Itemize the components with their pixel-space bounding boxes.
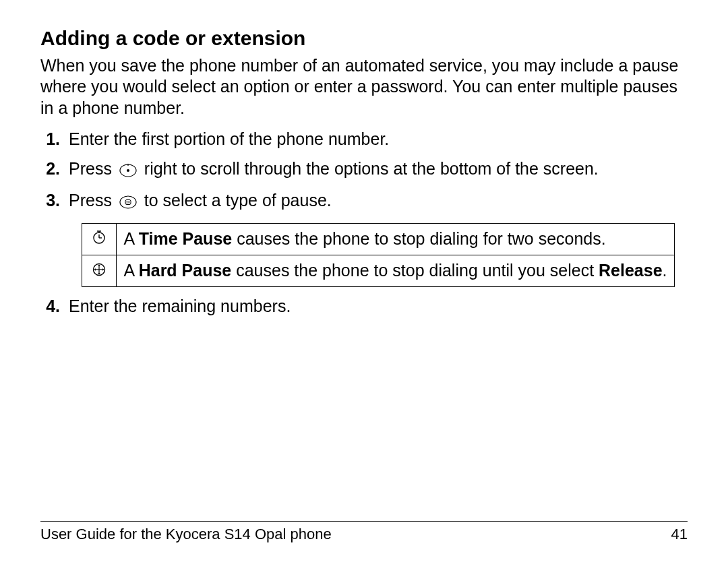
time-pause-a: A: [123, 229, 138, 248]
hard-pause-c: .: [663, 261, 667, 280]
hard-pause-icon-cell: [82, 255, 117, 286]
svg-text:OK: OK: [125, 200, 131, 204]
hard-pause-bold2: Release: [599, 261, 663, 280]
step-3: Press OK to select a type of pause.: [65, 189, 688, 286]
svg-marker-14: [98, 264, 101, 266]
hard-pause-b: causes the phone to stop dialing until y…: [231, 261, 599, 280]
svg-point-1: [127, 169, 129, 172]
hard-pause-bold: Hard Pause: [139, 261, 232, 280]
step-2-text-a: Press: [69, 159, 117, 178]
nav-key-icon: [119, 160, 137, 183]
page-footer: User Guide for the Kyocera S14 Opal phon…: [40, 521, 688, 543]
step-2: Press right to scroll through the option…: [65, 158, 688, 183]
hard-pause-desc: A Hard Pause causes the phone to stop di…: [117, 255, 674, 286]
time-pause-icon-cell: [82, 224, 117, 255]
step-1-text: Enter the first portion of the phone num…: [69, 129, 389, 148]
step-4-text: Enter the remaining numbers.: [69, 296, 291, 315]
time-pause-desc: A Time Pause causes the phone to stop di…: [117, 224, 674, 255]
intro-paragraph: When you save the phone number of an aut…: [40, 55, 688, 119]
ok-key-icon: OK: [119, 192, 137, 215]
pause-types-table: A Time Pause causes the phone to stop di…: [82, 223, 674, 287]
svg-marker-17: [102, 268, 104, 271]
svg-marker-15: [98, 273, 101, 275]
step-4: Enter the remaining numbers.: [65, 295, 688, 318]
hard-pause-icon: [92, 261, 106, 280]
table-row: A Hard Pause causes the phone to stop di…: [82, 255, 674, 286]
step-2-text-b: right to scroll through the options at t…: [144, 159, 599, 178]
steps-list: Enter the first portion of the phone num…: [65, 128, 688, 318]
section-heading: Adding a code or extension: [40, 27, 688, 50]
time-pause-bold: Time Pause: [139, 229, 233, 248]
hard-pause-a: A: [123, 261, 138, 280]
footer-left: User Guide for the Kyocera S14 Opal phon…: [40, 526, 332, 543]
table-row: A Time Pause causes the phone to stop di…: [82, 224, 674, 255]
step-1: Enter the first portion of the phone num…: [65, 128, 688, 151]
step-3-text-a: Press: [69, 191, 117, 210]
time-pause-icon: [92, 229, 106, 248]
footer-page-number: 41: [671, 526, 688, 543]
manual-page: Adding a code or extension When you save…: [0, 0, 728, 562]
step-3-text-b: to select a type of pause.: [144, 191, 332, 210]
time-pause-b: causes the phone to stop dialing for two…: [232, 229, 606, 248]
svg-marker-16: [94, 268, 96, 271]
